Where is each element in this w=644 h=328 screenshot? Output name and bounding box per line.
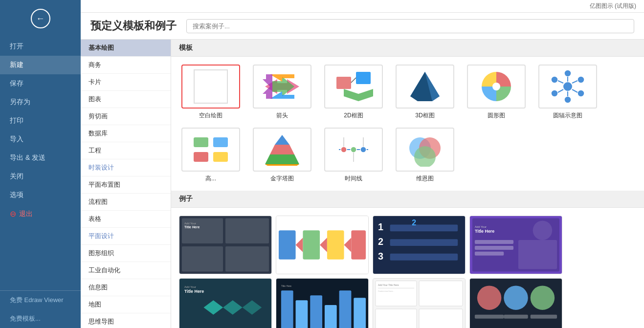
svg-point-8 <box>563 82 573 91</box>
svg-rect-80 <box>281 290 293 328</box>
svg-point-30 <box>341 147 347 153</box>
back-button[interactable]: ← <box>0 0 81 37</box>
example-thumb-2 <box>276 216 368 274</box>
sidebar-item-save[interactable]: 保存 <box>0 74 81 93</box>
examples-grid: Add Your Title Here <box>171 208 644 328</box>
svg-rect-98 <box>475 315 504 319</box>
search-input[interactable] <box>186 19 634 33</box>
example-item-6[interactable]: Title Here <box>276 278 369 328</box>
category-item-flatdesign[interactable]: 平面设计 <box>81 228 171 245</box>
gao-icon <box>191 132 230 167</box>
category-sidebar: 基本绘图 商务 卡片 图表 剪切画 数据库 工程 时装设计 平面布置图 流程图 … <box>81 40 171 328</box>
sidebar-item-import[interactable]: 导入 <box>0 130 81 149</box>
example-item-8[interactable] <box>469 278 562 328</box>
template-label-frame2d: 2D框图 <box>344 111 363 120</box>
sidebar-item-close[interactable]: 关闭 <box>0 167 81 186</box>
category-item-chart[interactable]: 图表 <box>81 91 171 108</box>
template-blank[interactable]: 空白绘图 <box>179 65 243 120</box>
category-item-industrial[interactable]: 工业自动化 <box>81 262 171 279</box>
svg-rect-69 <box>475 252 504 256</box>
svg-point-38 <box>414 146 436 167</box>
svg-point-66 <box>533 221 553 241</box>
template-frame3d[interactable]: 3D框图 <box>393 65 457 120</box>
category-item-layout[interactable]: 平面布置图 <box>81 176 171 194</box>
template-label-arrow: 箭头 <box>276 111 288 120</box>
example-item-4[interactable]: Add Your Title Here <box>469 216 562 274</box>
category-item-table[interactable]: 表格 <box>81 211 171 228</box>
svg-rect-42 <box>182 246 223 271</box>
template-venn[interactable]: 维恩图 <box>393 128 457 183</box>
category-item-clipart[interactable]: 剪切画 <box>81 108 171 125</box>
svg-marker-26 <box>270 145 294 154</box>
template-gao[interactable]: 高... <box>179 128 243 183</box>
example-item-1[interactable]: Add Your Title Here <box>179 216 272 274</box>
svg-line-12 <box>572 81 577 83</box>
sidebar-item-export[interactable]: 导出 & 发送 <box>0 149 81 167</box>
sidebar-item-print[interactable]: 打印 <box>0 111 81 130</box>
example-thumb-1: Add Your Title Here <box>179 216 271 274</box>
category-item-business[interactable]: 商务 <box>81 57 171 74</box>
category-item-card[interactable]: 卡片 <box>81 74 171 91</box>
sidebar-item-free-viewer[interactable]: 免费 Edraw Viewer <box>0 291 81 309</box>
svg-rect-1 <box>356 72 371 84</box>
template-thumb-pyramid <box>253 128 311 172</box>
sidebar-item-saveas[interactable]: 另存为 <box>0 93 81 111</box>
svg-rect-59 <box>390 239 458 246</box>
header: 预定义模板和例子 <box>81 13 644 40</box>
sidebar-item-free-template[interactable]: 免费模板... <box>0 309 81 328</box>
svg-point-13 <box>577 90 584 97</box>
page-title: 预定义模板和例子 <box>90 19 177 33</box>
category-item-basic[interactable]: 基本绘图 <box>81 40 171 57</box>
sidebar-item-new[interactable]: 新建 <box>0 56 81 74</box>
category-item-engineering[interactable]: 工程 <box>81 142 171 159</box>
svg-point-19 <box>551 76 558 83</box>
example-thumb-4: Add Your Title Here <box>470 216 562 274</box>
category-item-database[interactable]: 数据库 <box>81 125 171 142</box>
pyramid-icon <box>263 132 302 167</box>
category-item-infographic[interactable]: 图形组织 <box>81 245 171 262</box>
category-item-fashion[interactable]: 时装设计 <box>81 159 171 176</box>
example-item-5[interactable]: Add Your Title Here <box>179 278 272 328</box>
svg-text:Title Here: Title Here <box>184 289 204 294</box>
top-bar: 亿图图示 (试用版) <box>81 0 644 13</box>
category-item-mindmap[interactable]: 思维导图 <box>81 313 171 328</box>
svg-text:2: 2 <box>412 219 416 227</box>
svg-text:Add Your: Add Your <box>184 222 196 225</box>
sidebar-item-open[interactable]: 打开 <box>0 37 81 56</box>
content-area: 基本绘图 商务 卡片 图表 剪切画 数据库 工程 时装设计 平面布置图 流程图 … <box>81 40 644 328</box>
category-item-flowchart[interactable]: 流程图 <box>81 194 171 211</box>
example-item-7[interactable]: Add Your Title Here Content text here... <box>373 278 466 328</box>
template-arrow[interactable]: 箭头 <box>250 65 314 120</box>
template-thumb-frame2d <box>324 65 383 109</box>
svg-point-97 <box>531 285 555 309</box>
svg-rect-24 <box>213 152 228 162</box>
frame3d-icon <box>405 69 444 104</box>
svg-point-96 <box>504 285 528 309</box>
template-thumb-gao <box>181 128 240 172</box>
sidebar-item-exit[interactable]: ⊖ 退出 <box>0 204 81 223</box>
svg-marker-25 <box>275 135 289 145</box>
template-label-gao: 高... <box>205 175 216 183</box>
category-item-map[interactable]: 地图 <box>81 296 171 313</box>
example-item-3[interactable]: 1 2 3 2 <box>373 216 466 274</box>
app-title: 亿图图示 (试用版) <box>590 2 636 10</box>
template-thumb-frame3d <box>396 65 454 109</box>
sidebar-item-options[interactable]: 选项 <box>0 186 81 204</box>
svg-text:Add Your Title Here: Add Your Title Here <box>378 284 399 286</box>
radial-icon <box>548 69 587 104</box>
category-item-info[interactable]: 信息图 <box>81 279 171 296</box>
sidebar: ← 打开 新建 保存 另存为 打印 导入 导出 & 发送 关闭 选项 ⊖ 退出 … <box>0 0 81 328</box>
svg-rect-0 <box>336 77 351 89</box>
svg-rect-22 <box>213 137 228 147</box>
template-frame2d[interactable]: 2D框图 <box>322 65 385 120</box>
template-timeline[interactable]: 时间线 <box>322 128 385 183</box>
svg-text:3: 3 <box>378 251 383 262</box>
svg-rect-70 <box>518 240 557 269</box>
template-circle[interactable]: 圆形图 <box>465 65 528 120</box>
svg-rect-21 <box>194 137 208 147</box>
template-radial[interactable]: 圆辐示意图 <box>536 65 600 120</box>
template-pyramid[interactable]: 金字塔图 <box>250 128 314 183</box>
example-item-2[interactable] <box>276 216 369 274</box>
template-thumb-radial <box>538 65 597 109</box>
svg-text:1: 1 <box>378 221 383 232</box>
